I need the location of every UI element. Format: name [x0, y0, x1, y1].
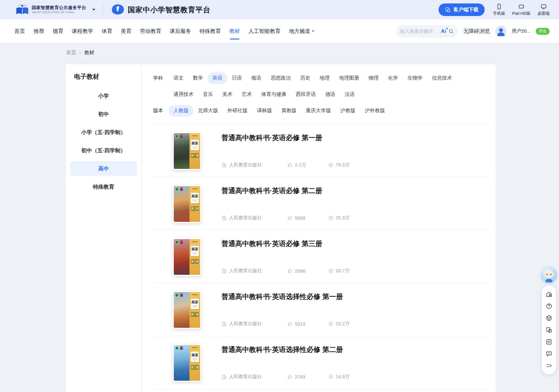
nav-item[interactable]: 劳动教育 [140, 28, 161, 35]
subject-filter[interactable]: 历史 [295, 72, 315, 84]
book-row[interactable]: 英语 第一册 普通高中教科书·英语必修 第一册 人民教育出版社 [153, 124, 488, 177]
views-count: 79.3万 [336, 162, 349, 168]
devices-icon[interactable] [546, 327, 552, 333]
subject-filter[interactable]: 生物学 [403, 72, 427, 84]
subject-filter[interactable]: 地理图册 [334, 72, 364, 84]
nav-item[interactable]: 德育 [53, 28, 63, 35]
thumbs-up-icon [287, 215, 293, 221]
book-cover[interactable]: 英语 第三册 [173, 238, 201, 276]
breadcrumb-home[interactable]: 首页 [66, 50, 76, 56]
publisher-logo-icon [180, 134, 183, 138]
device-link[interactable]: 桌面端 [537, 3, 550, 16]
sidebar-item[interactable]: 小学 [70, 89, 137, 103]
nav-item[interactable]: 教材 [229, 28, 240, 35]
ai-search-icon[interactable]: Ai [441, 29, 446, 34]
sidebar-item[interactable]: 初中 [70, 107, 137, 121]
platform-logo[interactable]: 国家智慧教育公共服务平台 SMART EDUCATION OF CHINA [16, 4, 95, 16]
version-filter[interactable]: 冀教版 [277, 105, 301, 117]
breadcrumb-separator: > [79, 50, 82, 55]
subject-filter[interactable]: 西班牙语 [291, 89, 321, 100]
site-logo[interactable]: 国家中小学智慧教育平台 [111, 4, 210, 16]
chevron-down-icon [312, 30, 314, 32]
book-title[interactable]: 普通高中教科书·英语必修 第三册 [221, 239, 322, 248]
book-row[interactable]: 英语 第二册 普通高中教科书·英语选择性必修 第二册 人民教育出版社 [153, 336, 488, 389]
subject-filter[interactable]: 德语 [321, 89, 340, 100]
subject-filter[interactable]: 通用技术 [169, 89, 198, 100]
subject-filter-row-2: 通用技术音乐美术艺术体育与健康西班牙语德语法语 [153, 89, 488, 100]
collapse-icon[interactable] [546, 362, 552, 369]
version-filter[interactable]: 重庆大学版 [301, 105, 336, 117]
subject-filter[interactable]: 思想政治 [266, 72, 295, 84]
sidebar-title: 电子教材 [74, 72, 99, 81]
likes-count: 5569 [295, 215, 305, 221]
version-filter[interactable]: 外研社版 [223, 105, 252, 117]
book-cover[interactable]: 英语 第二册 [173, 344, 201, 382]
version-filter[interactable]: 译林版 [252, 105, 277, 117]
search-box[interactable]: Ai [396, 25, 458, 38]
book-cover[interactable]: 英语 第二册 [173, 185, 201, 223]
book-title[interactable]: 普通高中教科书·英语选择性必修 第一册 [221, 292, 343, 301]
views-icon [328, 374, 333, 379]
book-row[interactable]: 英语 第一册 普通高中教科书·英语选择性必修 第一册 人民教育出版社 [153, 283, 488, 336]
book-title[interactable]: 普通高中教科书·英语必修 第一册 [221, 133, 322, 143]
book-row[interactable]: 英语 第三册 普通高中教科书·英语必修 第三册 人民教育出版社 [153, 230, 488, 283]
subject-filter[interactable]: 信息技术 [427, 72, 457, 84]
subject-filter[interactable]: 数学 [188, 72, 208, 84]
nav-item[interactable]: 推荐 [34, 28, 44, 35]
subject-filter[interactable]: 体育与健康 [257, 89, 291, 100]
version-filter[interactable]: 北师大版 [193, 105, 223, 117]
subject-filter[interactable]: 法语 [340, 89, 359, 100]
nav-item[interactable]: 首页 [14, 28, 25, 35]
floating-toolbar [541, 267, 556, 374]
search-input[interactable] [400, 29, 439, 34]
sidebar-item[interactable]: 小学（五·四学制） [70, 125, 137, 139]
nav-item[interactable]: 体育 [102, 28, 112, 35]
book-title[interactable]: 普通高中教科书·英语选择性必修 第二册 [221, 345, 343, 354]
book-cover[interactable]: 英语 第一册 [173, 132, 201, 170]
subject-filter[interactable]: 音乐 [198, 89, 218, 100]
subject-filter[interactable]: 语文 [169, 72, 188, 84]
version-filter[interactable]: 人教版 [169, 105, 193, 117]
nav-item[interactable]: 特殊教育 [200, 28, 221, 35]
client-download-button[interactable]: 客户端下载 [439, 3, 485, 16]
book-title[interactable]: 普通高中教科书·英语必修 第二册 [221, 186, 322, 196]
subject-filter[interactable]: 日语 [227, 72, 247, 84]
subject-filter[interactable]: 英语 [208, 72, 227, 84]
chevron-down-icon[interactable] [92, 9, 95, 11]
subject-filter[interactable]: 俄语 [247, 72, 266, 84]
version-filter[interactable]: 沪外教版 [360, 105, 390, 117]
device-link[interactable]: Pad HD版 [512, 3, 530, 16]
accessibility-link[interactable]: 无障碍浏览 [463, 28, 490, 35]
nav-item[interactable]: 地方频道 [289, 28, 314, 35]
subject-filter[interactable]: 美术 [218, 89, 237, 100]
sidebar-item[interactable]: 特殊教育 [70, 180, 137, 194]
avatar[interactable] [495, 26, 507, 37]
book-row[interactable]: 英语 第二册 普通高中教科书·英语必修 第二册 人民教育出版社 [153, 177, 488, 230]
version-filter[interactable]: 沪教版 [336, 105, 360, 117]
feedback-icon[interactable] [546, 350, 552, 357]
cube-icon[interactable] [546, 315, 552, 321]
nav-item[interactable]: 人工智能教育 [248, 28, 280, 35]
subject-filter[interactable]: 化学 [383, 72, 403, 84]
nav-item[interactable]: 课后服务 [170, 28, 191, 35]
subject-filter[interactable]: 物理 [364, 72, 383, 84]
subject-filter[interactable]: 艺术 [237, 89, 257, 100]
thumbs-up-icon [287, 321, 293, 327]
home-icon[interactable] [546, 291, 552, 298]
nav-item[interactable]: 美育 [121, 28, 131, 35]
username[interactable]: 用户20... [512, 28, 530, 34]
publisher-logo-icon [180, 293, 183, 297]
assistant-mascot[interactable] [541, 267, 557, 283]
sidebar-item[interactable]: 初中（五·四学制） [70, 143, 137, 158]
notes-icon[interactable] [546, 338, 552, 345]
search-icon[interactable] [448, 29, 454, 34]
breadcrumb: 首页 > 教材 [66, 50, 94, 56]
sidebar-item[interactable]: 高中 [70, 161, 137, 176]
subject-filter[interactable]: 地理 [315, 72, 334, 84]
book-cover[interactable]: 英语 第一册 [173, 291, 201, 329]
site-logo-icon [111, 4, 125, 16]
nav-item[interactable]: 课程教学 [72, 28, 93, 35]
help-icon[interactable] [546, 303, 552, 310]
publisher-icon [221, 268, 227, 274]
device-link[interactable]: 手机版 [493, 3, 505, 16]
